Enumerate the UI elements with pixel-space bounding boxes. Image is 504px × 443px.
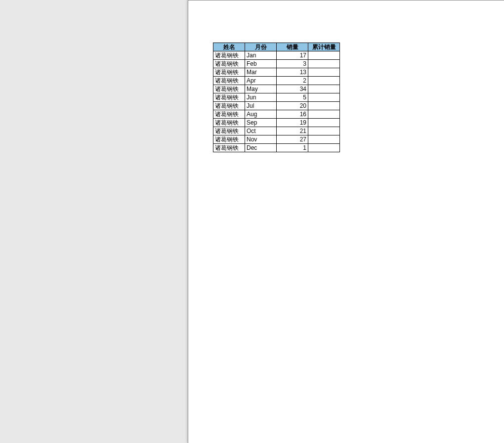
cell-name: 诸葛钢铁: [213, 85, 245, 93]
cell-month: Sep: [245, 119, 277, 127]
cell-month: Jul: [245, 102, 277, 110]
cell-sales: 16: [277, 110, 308, 119]
cell-sales: 21: [277, 127, 308, 135]
cell-month: Apr: [245, 77, 277, 85]
cell-month: Jun: [245, 93, 277, 102]
cell-sales: 20: [277, 102, 308, 110]
cell-sales: 13: [277, 68, 308, 77]
cell-name: 诸葛钢铁: [213, 119, 245, 127]
table-row: 诸葛钢铁 May 34: [213, 85, 340, 93]
table-row: 诸葛钢铁 Nov 27: [213, 135, 340, 144]
cell-cumulative: [308, 85, 340, 93]
table-row: 诸葛钢铁 Feb 3: [213, 60, 340, 68]
header-name: 姓名: [213, 43, 245, 51]
cell-month: Dec: [245, 144, 277, 152]
cell-month: May: [245, 85, 277, 93]
cell-name: 诸葛钢铁: [213, 60, 245, 68]
cell-cumulative: [308, 60, 340, 68]
cell-cumulative: [308, 110, 340, 119]
cell-cumulative: [308, 93, 340, 102]
cell-name: 诸葛钢铁: [213, 110, 245, 119]
cell-sales: 17: [277, 51, 308, 60]
table-row: 诸葛钢铁 Sep 19: [213, 119, 340, 127]
cell-month: Mar: [245, 68, 277, 77]
document-content: 姓名 月份 销量 累计销量 诸葛钢铁 Jan 17 诸葛钢铁 Feb 3: [188, 0, 504, 152]
cell-cumulative: [308, 51, 340, 60]
table-row: 诸葛钢铁 Jun 5: [213, 93, 340, 102]
table-row: 诸葛钢铁 Mar 13: [213, 68, 340, 77]
cell-sales: 3: [277, 60, 308, 68]
header-sales: 销量: [277, 43, 308, 51]
table-row: 诸葛钢铁 Apr 2: [213, 77, 340, 85]
document-page: 姓名 月份 销量 累计销量 诸葛钢铁 Jan 17 诸葛钢铁 Feb 3: [188, 0, 504, 443]
table-row: 诸葛钢铁 Aug 16: [213, 110, 340, 119]
cell-sales: 19: [277, 119, 308, 127]
cell-name: 诸葛钢铁: [213, 135, 245, 144]
sales-table: 姓名 月份 销量 累计销量 诸葛钢铁 Jan 17 诸葛钢铁 Feb 3: [213, 43, 340, 152]
cell-month: Nov: [245, 135, 277, 144]
cell-name: 诸葛钢铁: [213, 68, 245, 77]
cell-month: Oct: [245, 127, 277, 135]
cell-sales: 1: [277, 144, 308, 152]
cell-cumulative: [308, 102, 340, 110]
table-row: 诸葛钢铁 Jan 17: [213, 51, 340, 60]
cell-sales: 34: [277, 85, 308, 93]
cell-name: 诸葛钢铁: [213, 127, 245, 135]
cell-sales: 5: [277, 93, 308, 102]
cell-cumulative: [308, 127, 340, 135]
cell-sales: 27: [277, 135, 308, 144]
cell-sales: 2: [277, 77, 308, 85]
header-cumulative: 累计销量: [308, 43, 340, 51]
cell-name: 诸葛钢铁: [213, 144, 245, 152]
cell-cumulative: [308, 68, 340, 77]
cell-name: 诸葛钢铁: [213, 77, 245, 85]
cell-cumulative: [308, 77, 340, 85]
cell-cumulative: [308, 119, 340, 127]
cell-name: 诸葛钢铁: [213, 93, 245, 102]
cell-month: Jan: [245, 51, 277, 60]
cell-month: Feb: [245, 60, 277, 68]
table-row: 诸葛钢铁 Jul 20: [213, 102, 340, 110]
table-row: 诸葛钢铁 Oct 21: [213, 127, 340, 135]
cell-name: 诸葛钢铁: [213, 102, 245, 110]
cell-cumulative: [308, 144, 340, 152]
table-body: 诸葛钢铁 Jan 17 诸葛钢铁 Feb 3 诸葛钢铁 Mar 13: [213, 51, 340, 152]
table-row: 诸葛钢铁 Dec 1: [213, 144, 340, 152]
cell-name: 诸葛钢铁: [213, 51, 245, 60]
table-header-row: 姓名 月份 销量 累计销量: [213, 43, 340, 51]
header-month: 月份: [245, 43, 277, 51]
cell-cumulative: [308, 135, 340, 144]
cell-month: Aug: [245, 110, 277, 119]
